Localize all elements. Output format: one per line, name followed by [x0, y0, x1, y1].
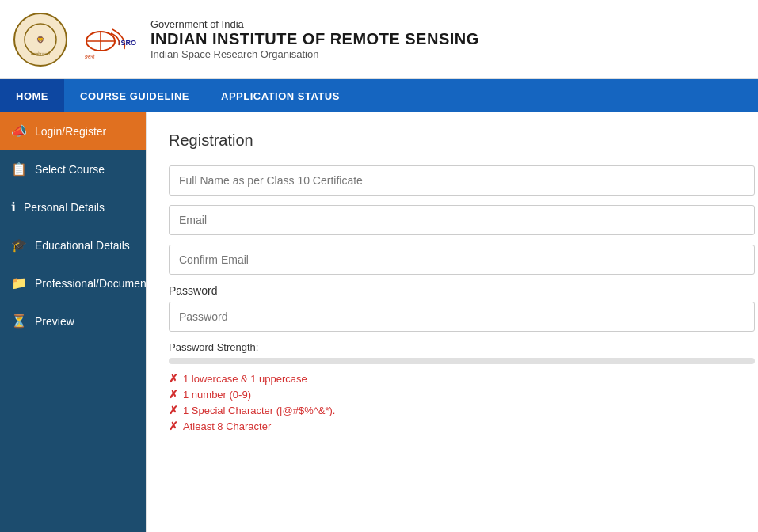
- nav-application-status[interactable]: APPLICATION STATUS: [205, 79, 356, 112]
- x-icon-0: ✗: [169, 372, 178, 385]
- password-section: Password: [169, 284, 755, 332]
- sidebar-label-preview: Preview: [35, 315, 74, 328]
- validation-text-3: Atleast 8 Character: [183, 420, 271, 432]
- gov-label: Government of India: [150, 18, 479, 30]
- full-name-field: [169, 165, 755, 196]
- sidebar: 📣 Login/Register 📋 Select Course ℹ Perso…: [0, 112, 146, 532]
- svg-text:सत्यमेव जयते: सत्यमेव जयते: [30, 51, 50, 56]
- email-input[interactable]: [169, 205, 755, 235]
- page-title: Registration: [169, 131, 755, 150]
- x-icon-1: ✗: [169, 388, 178, 401]
- navbar: HOME COURSE GUIDELINE APPLICATION STATUS: [0, 79, 758, 112]
- password-label: Password: [169, 284, 755, 297]
- header: 🦁 सत्यमेव जयते ISRO इसरो Government of I…: [0, 0, 758, 79]
- svg-text:🦁: 🦁: [36, 36, 44, 44]
- megaphone-icon: 📣: [11, 124, 27, 139]
- validation-item-1: ✗ 1 number (0-9): [169, 388, 755, 401]
- isro-logo-icon: ISRO इसरो: [81, 17, 144, 61]
- sidebar-item-professional-documents[interactable]: 📁 Professional/Documents: [0, 264, 146, 302]
- sidebar-item-personal-details[interactable]: ℹ Personal Details: [0, 188, 146, 226]
- svg-text:ISRO: ISRO: [119, 39, 136, 47]
- folder-icon: 📁: [11, 276, 27, 291]
- password-strength-bar: [169, 358, 755, 364]
- info-icon: ℹ: [11, 200, 16, 215]
- hourglass-icon: ⏳: [11, 314, 27, 329]
- sidebar-item-educational-details[interactable]: 🎓 Educational Details: [0, 226, 146, 264]
- validation-list: ✗ 1 lowercase & 1 uppercase ✗ 1 number (…: [169, 372, 755, 432]
- svg-text:इसरो: इसरो: [84, 53, 95, 60]
- nav-course-guideline[interactable]: COURSE GUIDELINE: [64, 79, 205, 112]
- sidebar-label-educational-details: Educational Details: [35, 239, 130, 252]
- nav-home[interactable]: HOME: [0, 79, 64, 112]
- sidebar-item-preview[interactable]: ⏳ Preview: [0, 302, 146, 340]
- validation-text-2: 1 Special Character (|@#$%^&*).: [183, 405, 335, 416]
- header-text: Government of India INDIAN INSTITUTE OF …: [150, 18, 479, 60]
- sidebar-label-select-course: Select Course: [35, 163, 105, 176]
- sidebar-item-select-course[interactable]: 📋 Select Course: [0, 150, 146, 188]
- main-content: Registration Password Password Strength:…: [146, 112, 758, 532]
- password-strength-label: Password Strength:: [169, 341, 755, 353]
- sidebar-label-personal-details: Personal Details: [24, 201, 105, 214]
- full-name-input[interactable]: [169, 165, 755, 196]
- email-field: [169, 205, 755, 235]
- clipboard-icon: 📋: [11, 162, 27, 177]
- x-icon-3: ✗: [169, 420, 178, 432]
- org-name: Indian Space Research Organisation: [150, 48, 479, 60]
- logo-area: 🦁 सत्यमेव जयते ISRO इसरो: [13, 12, 144, 67]
- x-icon-2: ✗: [169, 404, 178, 416]
- password-input[interactable]: [169, 302, 755, 332]
- validation-item-3: ✗ Atleast 8 Character: [169, 420, 755, 432]
- validation-item-2: ✗ 1 Special Character (|@#$%^&*).: [169, 404, 755, 416]
- validation-text-1: 1 number (0-9): [183, 389, 251, 401]
- sidebar-item-login-register[interactable]: 📣 Login/Register: [0, 112, 146, 150]
- validation-text-0: 1 lowercase & 1 uppercase: [183, 373, 307, 385]
- sidebar-label-login-register: Login/Register: [35, 125, 106, 138]
- india-emblem-icon: 🦁 सत्यमेव जयते: [13, 12, 68, 67]
- graduation-icon: 🎓: [11, 238, 27, 253]
- confirm-email-field: [169, 245, 755, 275]
- main-layout: 📣 Login/Register 📋 Select Course ℹ Perso…: [0, 112, 758, 532]
- validation-item-0: ✗ 1 lowercase & 1 uppercase: [169, 372, 755, 385]
- confirm-email-input[interactable]: [169, 245, 755, 275]
- sidebar-label-professional-documents: Professional/Documents: [35, 277, 155, 290]
- institute-name: INDIAN INSTITUTE OF REMOTE SENSING: [150, 30, 479, 48]
